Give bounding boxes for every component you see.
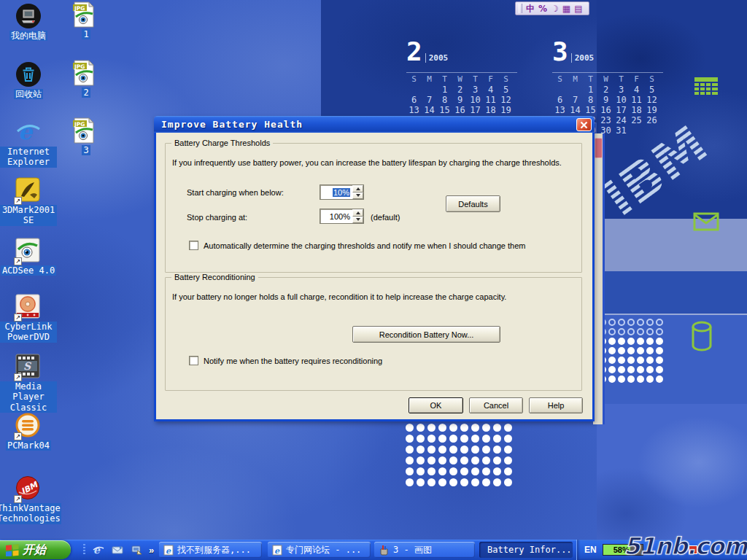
calendar-day: 14 xyxy=(568,105,583,115)
dot xyxy=(618,366,625,373)
language-bar[interactable]: 中 % ☽ ▦ ▤ xyxy=(515,1,589,15)
desktop-icon-jpg-2[interactable]: JPG 2 xyxy=(67,60,105,98)
icon-label: 1 xyxy=(82,29,90,39)
group-title: Battery Reconditioning xyxy=(171,273,258,281)
spinner-up-icon[interactable] xyxy=(352,209,363,217)
chevron-more-icon[interactable]: » xyxy=(149,545,154,556)
calendar-day: 15 xyxy=(583,105,598,115)
taskbar-button-paint[interactable]: 3 - 画图 xyxy=(374,542,475,558)
dot xyxy=(637,357,644,364)
dot xyxy=(637,376,644,383)
desktop-icon-pcmark04[interactable]: ↗ PCMark04 xyxy=(0,413,57,451)
dot xyxy=(460,456,468,464)
dot xyxy=(471,435,479,443)
start-charging-value[interactable]: 10% xyxy=(320,185,352,199)
spinner-down-icon[interactable] xyxy=(352,217,363,224)
recondition-battery-button[interactable]: Recondition Battery Now... xyxy=(352,326,500,343)
desktop-icon-internet-explorer[interactable]: e Internet Explorer xyxy=(0,119,57,168)
dot xyxy=(656,347,663,354)
desktop-icon-media-player-classic[interactable]: S ↗ Media Player Classic xyxy=(0,354,57,413)
ime-chinese-icon[interactable]: 中 xyxy=(526,4,535,13)
spinner-up-icon[interactable] xyxy=(352,185,363,192)
calendar-day: 17 xyxy=(468,105,483,115)
calendar-day xyxy=(644,125,659,136)
start-button[interactable]: 开始 xyxy=(0,540,71,559)
desktop-icon-jpg-1[interactable]: JPG 1 xyxy=(67,1,105,39)
notify-recondition-checkbox[interactable] xyxy=(189,356,198,365)
dot xyxy=(482,424,490,432)
desktop-icon-thinkvantage[interactable]: IBM ↗ ThinkVantage Technologies xyxy=(0,475,57,524)
calendar-day xyxy=(552,85,568,95)
recycle-bin-icon xyxy=(15,61,42,88)
stop-charging-spinner[interactable]: 100% xyxy=(320,209,364,224)
calendar-day: 11 xyxy=(483,95,498,105)
outlook-express-icon[interactable] xyxy=(111,544,123,556)
desktop-icon-my-computer[interactable]: 我的电脑 xyxy=(0,3,57,41)
spinner-down-icon[interactable] xyxy=(352,192,363,200)
calendar-day: 13 xyxy=(406,105,422,115)
dialog-titlebar[interactable]: Improve Battery Health xyxy=(154,116,595,133)
desktop-icon-3dmark2001[interactable]: ↗ 3DMark2001 SE xyxy=(0,177,57,226)
show-desktop-icon[interactable] xyxy=(130,544,142,556)
desktop-icon-acdsee[interactable]: ↗ ACDSee 4.0 xyxy=(0,238,57,276)
battery-percent: 58% xyxy=(614,545,630,554)
ime-keyboard-icon[interactable]: ▦ xyxy=(562,4,570,13)
dot xyxy=(608,376,616,383)
dot xyxy=(504,446,512,454)
close-button[interactable] xyxy=(576,118,592,131)
taskbar-button-ie-1[interactable]: e 找不到服务器,... xyxy=(159,542,262,558)
ime-punctuation-icon[interactable]: ☽ xyxy=(551,4,559,13)
start-charging-spinner[interactable]: 10% xyxy=(320,184,364,200)
desktop-icon-powerdvd[interactable]: ↗ CyberLink PowerDVD xyxy=(0,294,57,343)
calendar-weekday: S xyxy=(498,74,514,85)
background-window-button xyxy=(595,138,603,158)
help-button[interactable]: Help xyxy=(529,397,583,413)
dot xyxy=(637,338,644,345)
language-indicator[interactable]: EN xyxy=(584,545,597,555)
calendar-day: 25 xyxy=(629,115,644,125)
quick-launch: e » xyxy=(76,540,158,560)
ime-menu-icon[interactable]: ▤ xyxy=(574,4,582,13)
dot xyxy=(482,446,490,454)
dot xyxy=(449,467,457,475)
ime-width-icon[interactable]: % xyxy=(538,4,547,13)
calendar-day: 12 xyxy=(644,95,659,105)
dot xyxy=(656,357,663,364)
calendar-day: 12 xyxy=(498,95,514,105)
cancel-button[interactable]: Cancel xyxy=(469,397,523,413)
icon-label: 3 xyxy=(82,145,90,155)
dot xyxy=(656,366,663,373)
calendar-day: 18 xyxy=(629,105,644,115)
dot xyxy=(471,446,479,454)
icon-label: 我的电脑 xyxy=(9,31,47,41)
dot xyxy=(427,435,436,443)
dot xyxy=(656,328,663,335)
dot xyxy=(618,328,625,335)
start-label: 开始 xyxy=(23,542,46,558)
dialog-body: Battery Charge Thresholds If you infrequ… xyxy=(154,133,595,421)
dot xyxy=(460,446,468,454)
auto-determine-checkbox[interactable] xyxy=(189,241,198,250)
stop-charging-value[interactable]: 100% xyxy=(320,209,352,223)
tray-notification-icon[interactable] xyxy=(689,545,697,554)
drag-handle-icon[interactable] xyxy=(519,4,522,13)
ie-quicklaunch-icon[interactable]: e xyxy=(92,544,104,556)
dot xyxy=(618,338,625,345)
auto-determine-checkbox-row: Automatically determine the charging thr… xyxy=(189,241,525,250)
dot xyxy=(646,328,654,335)
shortcut-arrow-icon: ↗ xyxy=(14,257,22,265)
desktop-icon-jpg-3[interactable]: JPG 3 xyxy=(67,117,105,155)
paint-icon xyxy=(379,545,390,556)
dot xyxy=(618,347,625,354)
desktop-icon-recycle-bin[interactable]: 回收站 xyxy=(0,61,57,99)
defaults-button[interactable]: Defaults xyxy=(446,195,500,212)
icon-label: Media Player Classic xyxy=(0,381,57,413)
calendar-weekday: T xyxy=(437,74,452,85)
dot xyxy=(438,467,446,475)
taskbar-button-battery-information[interactable]: ! Battery Infor... xyxy=(479,542,573,558)
calendar-weekday: S xyxy=(406,74,422,85)
dot xyxy=(417,424,425,432)
ok-button[interactable]: OK xyxy=(409,397,463,413)
battery-meter-icon[interactable]: 58% xyxy=(603,544,643,556)
taskbar-button-ie-2[interactable]: e 专门网论坛 - ... xyxy=(268,542,371,558)
